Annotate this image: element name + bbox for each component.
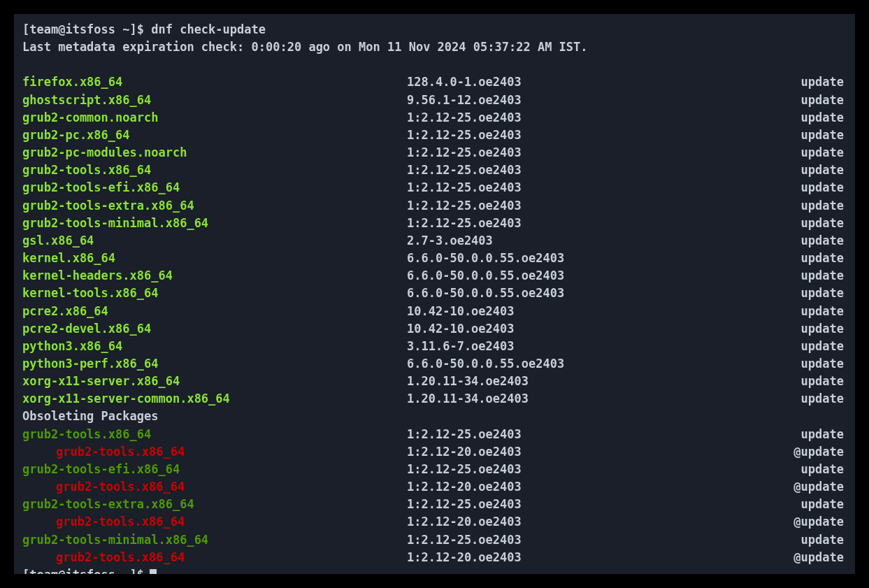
package-repo: update xyxy=(735,144,847,162)
package-name: kernel-tools.x86_64 xyxy=(22,285,407,302)
obsoleting-old-name: grub2-tools.x86_64 xyxy=(22,443,407,461)
package-repo: update xyxy=(735,373,847,390)
obsoleting-repo: update xyxy=(735,426,847,443)
package-repo: update xyxy=(735,232,847,250)
package-name: python3.x86_64 xyxy=(22,338,407,355)
package-version: 10.42-10.oe2403 xyxy=(407,320,735,338)
obsoleting-version: 1:2.12-20.oe2403 xyxy=(407,513,735,531)
blank-line xyxy=(22,56,847,73)
package-row: python3-perf.x86_646.6.0-50.0.0.55.oe240… xyxy=(22,355,847,373)
obsoleting-version: 1:2.12-25.oe2403 xyxy=(407,496,735,513)
obsoleting-repo: @update xyxy=(735,478,847,496)
package-version: 1:2.12-25.oe2403 xyxy=(407,144,735,162)
obsoleting-new-name: grub2-tools.x86_64 xyxy=(22,426,407,443)
obsoleting-row: grub2-tools.x86_641:2.12-20.oe2403@updat… xyxy=(22,443,847,461)
package-repo: update xyxy=(735,303,847,320)
package-repo: update xyxy=(735,338,847,355)
package-name: firefox.x86_64 xyxy=(22,73,407,91)
package-name: grub2-pc.x86_64 xyxy=(22,127,407,144)
package-row: xorg-x11-server.x86_641.20.11-34.oe2403u… xyxy=(22,373,847,390)
obsoleting-new-name: grub2-tools-efi.x86_64 xyxy=(22,461,407,478)
package-name: grub2-tools-extra.x86_64 xyxy=(22,197,407,215)
package-name: grub2-tools.x86_64 xyxy=(22,162,407,179)
package-row: grub2-tools-minimal.x86_641:2.12-25.oe24… xyxy=(22,215,847,232)
package-name: grub2-tools-efi.x86_64 xyxy=(22,179,407,196)
package-version: 1:2.12-25.oe2403 xyxy=(407,215,735,232)
package-row: kernel-headers.x86_646.6.0-50.0.0.55.oe2… xyxy=(22,267,847,285)
package-version: 1:2.12-25.oe2403 xyxy=(407,162,735,179)
package-row: grub2-tools.x86_641:2.12-25.oe2403update xyxy=(22,162,847,179)
package-repo: update xyxy=(735,285,847,302)
obsoleting-repo: update xyxy=(735,496,847,513)
package-repo: update xyxy=(735,390,847,408)
obsoleting-header: Obsoleting Packages xyxy=(22,408,847,425)
obsoleting-row: grub2-tools.x86_641:2.12-25.oe2403update xyxy=(22,426,847,443)
package-version: 1.20.11-34.oe2403 xyxy=(407,390,735,408)
terminal-window[interactable]: [team@itsfoss ~]$ dnf check-update Last … xyxy=(14,14,855,574)
obsoleting-list: grub2-tools.x86_641:2.12-25.oe2403update… xyxy=(22,426,847,566)
package-row: pcre2-devel.x86_6410.42-10.oe2403update xyxy=(22,320,847,338)
packages-list: firefox.x86_64128.4.0-1.oe2403updateghos… xyxy=(22,73,847,408)
package-version: 1:2.12-25.oe2403 xyxy=(407,127,735,144)
package-version: 1.20.11-34.oe2403 xyxy=(407,373,735,390)
package-repo: update xyxy=(735,215,847,232)
package-repo: update xyxy=(735,197,847,215)
obsoleting-new-name: grub2-tools-minimal.x86_64 xyxy=(22,531,407,549)
package-name: python3-perf.x86_64 xyxy=(22,355,407,373)
obsoleting-row: grub2-tools.x86_641:2.12-20.oe2403@updat… xyxy=(22,478,847,496)
package-repo: update xyxy=(735,109,847,127)
package-row: firefox.x86_64128.4.0-1.oe2403update xyxy=(22,73,847,91)
package-repo: update xyxy=(735,267,847,285)
package-version: 3.11.6-7.oe2403 xyxy=(407,338,735,355)
obsoleting-row: grub2-tools.x86_641:2.12-20.oe2403@updat… xyxy=(22,549,847,566)
package-version: 10.42-10.oe2403 xyxy=(407,303,735,320)
package-row: grub2-pc-modules.noarch1:2.12-25.oe2403u… xyxy=(22,144,847,162)
package-version: 1:2.12-25.oe2403 xyxy=(407,179,735,196)
package-version: 9.56.1-12.oe2403 xyxy=(407,92,735,109)
partial-prompt: [team@itsfoss ~]$ xyxy=(22,566,847,574)
package-row: kernel.x86_646.6.0-50.0.0.55.oe2403updat… xyxy=(22,250,847,267)
package-row: grub2-tools-efi.x86_641:2.12-25.oe2403up… xyxy=(22,179,847,196)
package-name: grub2-common.noarch xyxy=(22,109,407,127)
package-repo: update xyxy=(735,250,847,267)
package-row: pcre2.x86_6410.42-10.oe2403update xyxy=(22,303,847,320)
metadata-line: Last metadata expiration check: 0:00:20 … xyxy=(22,38,847,56)
package-row: grub2-common.noarch1:2.12-25.oe2403updat… xyxy=(22,109,847,127)
package-name: pcre2-devel.x86_64 xyxy=(22,320,407,338)
obsoleting-version: 1:2.12-25.oe2403 xyxy=(407,531,735,549)
obsoleting-version: 1:2.12-20.oe2403 xyxy=(407,478,735,496)
package-version: 6.6.0-50.0.0.55.oe2403 xyxy=(407,267,735,285)
obsoleting-new-name: grub2-tools-extra.x86_64 xyxy=(22,496,407,513)
package-version: 1:2.12-25.oe2403 xyxy=(407,197,735,215)
package-name: gsl.x86_64 xyxy=(22,232,407,250)
obsoleting-repo: @update xyxy=(735,513,847,531)
package-version: 6.6.0-50.0.0.55.oe2403 xyxy=(407,355,735,373)
obsoleting-version: 1:2.12-20.oe2403 xyxy=(407,549,735,566)
package-name: ghostscript.x86_64 xyxy=(22,92,407,109)
obsoleting-old-name: grub2-tools.x86_64 xyxy=(22,549,407,566)
obsoleting-version: 1:2.12-25.oe2403 xyxy=(407,461,735,478)
cursor xyxy=(150,569,157,574)
package-repo: update xyxy=(735,92,847,109)
package-row: python3.x86_643.11.6-7.oe2403update xyxy=(22,338,847,355)
package-row: grub2-pc.x86_641:2.12-25.oe2403update xyxy=(22,127,847,144)
package-name: xorg-x11-server.x86_64 xyxy=(22,373,407,390)
obsoleting-version: 1:2.12-25.oe2403 xyxy=(407,426,735,443)
obsoleting-repo: @update xyxy=(735,443,847,461)
obsoleting-version: 1:2.12-20.oe2403 xyxy=(407,443,735,461)
obsoleting-old-name: grub2-tools.x86_64 xyxy=(22,513,407,531)
obsoleting-repo: @update xyxy=(735,549,847,566)
package-repo: update xyxy=(735,162,847,179)
package-repo: update xyxy=(735,179,847,196)
package-repo: update xyxy=(735,355,847,373)
package-row: gsl.x86_642.7-3.oe2403update xyxy=(22,232,847,250)
package-name: grub2-pc-modules.noarch xyxy=(22,144,407,162)
package-name: grub2-tools-minimal.x86_64 xyxy=(22,215,407,232)
package-name: pcre2.x86_64 xyxy=(22,303,407,320)
obsoleting-row: grub2-tools.x86_641:2.12-20.oe2403@updat… xyxy=(22,513,847,531)
package-row: grub2-tools-extra.x86_641:2.12-25.oe2403… xyxy=(22,197,847,215)
package-name: kernel-headers.x86_64 xyxy=(22,267,407,285)
package-version: 1:2.12-25.oe2403 xyxy=(407,109,735,127)
obsoleting-old-name: grub2-tools.x86_64 xyxy=(22,478,407,496)
package-version: 6.6.0-50.0.0.55.oe2403 xyxy=(407,285,735,302)
